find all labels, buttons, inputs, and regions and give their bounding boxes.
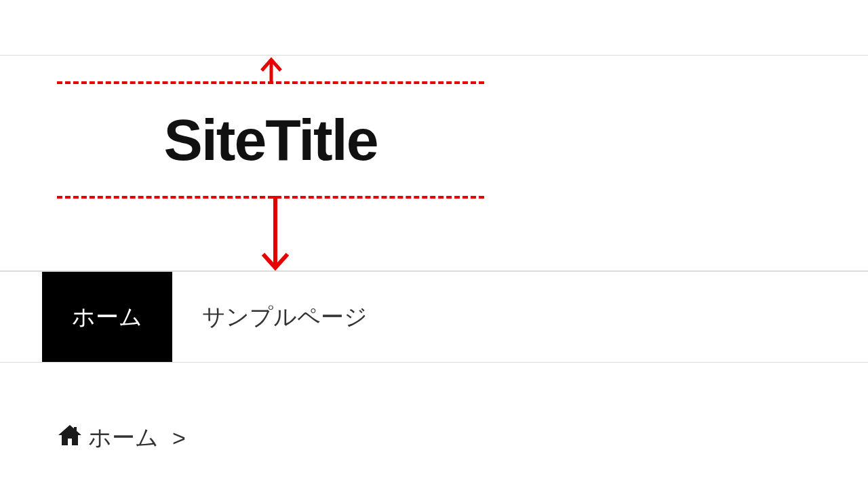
nav-item-home[interactable]: ホーム bbox=[42, 272, 172, 362]
nav-item-label: サンプルページ bbox=[202, 302, 368, 333]
arrow-up-icon bbox=[256, 57, 286, 84]
site-title[interactable]: SiteTitle bbox=[164, 106, 378, 174]
arrow-down-icon bbox=[256, 196, 294, 272]
svg-rect-2 bbox=[74, 427, 77, 432]
breadcrumb-separator: > bbox=[172, 425, 186, 451]
top-spacer-strip bbox=[0, 0, 868, 56]
site-header: SiteTitle bbox=[0, 56, 868, 271]
home-icon bbox=[57, 424, 83, 452]
main-nav: ホーム サンプルページ bbox=[0, 271, 868, 363]
breadcrumb-home-link[interactable]: ホーム bbox=[88, 422, 159, 453]
nav-item-sample-page[interactable]: サンプルページ bbox=[172, 272, 397, 362]
nav-item-label: ホーム bbox=[72, 302, 142, 333]
site-title-annotation-box: SiteTitle bbox=[57, 81, 484, 199]
breadcrumb: ホーム > bbox=[0, 363, 868, 453]
